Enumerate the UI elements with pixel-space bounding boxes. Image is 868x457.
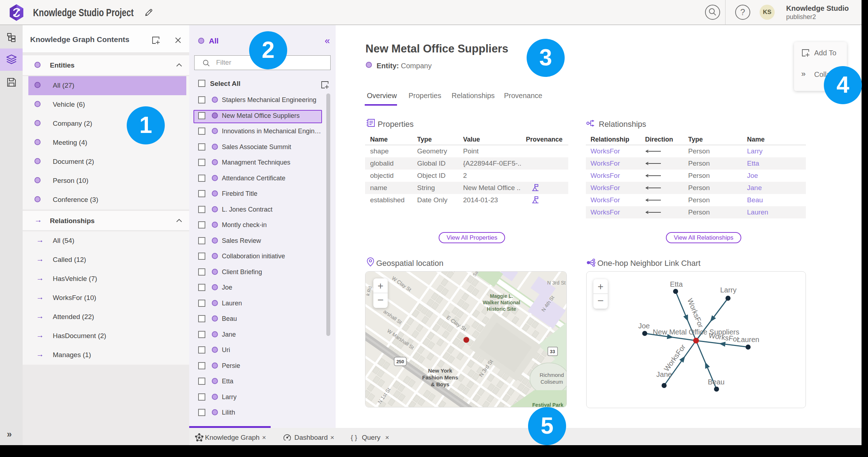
svg-text:Coliseum: Coliseum (541, 379, 563, 385)
svg-text:Etta: Etta (670, 280, 683, 288)
svg-text:& Boys: & Boys (431, 381, 449, 387)
svg-text:250: 250 (396, 359, 404, 364)
svg-text:Walker National: Walker National (483, 300, 521, 305)
svg-text:Festival Park: Festival Park (532, 402, 564, 407)
svg-text:33: 33 (550, 349, 555, 354)
svg-text:Richmond: Richmond (540, 372, 564, 378)
svg-text:Maggie L.: Maggie L. (490, 293, 513, 299)
svg-text:Larry: Larry (720, 286, 737, 294)
svg-text:New York: New York (428, 368, 453, 374)
svg-text:Jane: Jane (656, 370, 672, 378)
svg-text:Beau: Beau (708, 378, 725, 386)
svg-text:Fashion Mens: Fashion Mens (422, 374, 458, 380)
svg-text:Joe: Joe (638, 322, 650, 330)
svg-text:Lauren: Lauren (737, 336, 759, 343)
svg-text:N 3rd St: N 3rd St (547, 280, 565, 286)
svg-text:Historic Site: Historic Site (487, 306, 516, 312)
